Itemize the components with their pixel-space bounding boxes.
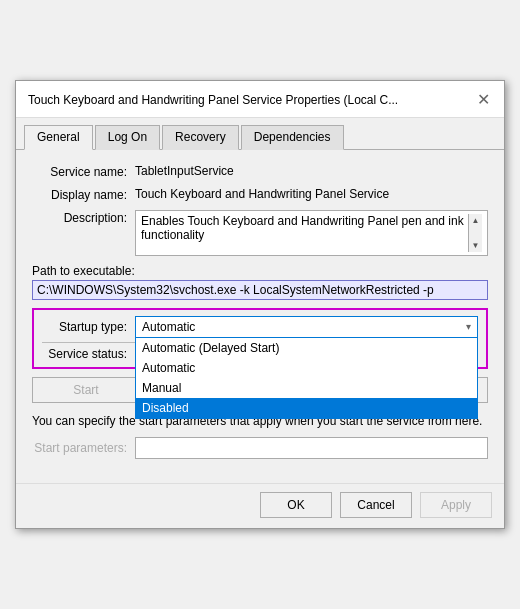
dropdown-item-automatic[interactable]: Automatic <box>136 358 477 378</box>
description-scrollbar[interactable]: ▲ ▼ <box>468 214 482 252</box>
dropdown-list: Automatic (Delayed Start) Automatic Manu… <box>135 338 478 419</box>
dropdown-item-manual[interactable]: Manual <box>136 378 477 398</box>
start-params-label: Start parameters: <box>32 441 127 455</box>
display-name-value: Touch Keyboard and Handwriting Panel Ser… <box>135 187 488 201</box>
tab-dependencies[interactable]: Dependencies <box>241 125 344 150</box>
ok-button[interactable]: OK <box>260 492 332 518</box>
start-params-row: Start parameters: <box>32 437 488 459</box>
description-box: Enables Touch Keyboard and Handwriting P… <box>135 210 488 256</box>
description-value: Enables Touch Keyboard and Handwriting P… <box>141 214 468 242</box>
tab-content: Service name: TabletInputService Display… <box>16 150 504 484</box>
start-params-input[interactable] <box>135 437 488 459</box>
startup-type-dropdown[interactable]: Automatic ▾ Automatic (Delayed Start) Au… <box>135 316 478 338</box>
start-button[interactable]: Start <box>32 377 140 403</box>
startup-section: Startup type: Automatic ▾ Automatic (Del… <box>32 308 488 369</box>
tab-general[interactable]: General <box>24 125 93 150</box>
cancel-button[interactable]: Cancel <box>340 492 412 518</box>
dropdown-item-delayed[interactable]: Automatic (Delayed Start) <box>136 338 477 358</box>
display-name-label: Display name: <box>32 187 127 202</box>
display-name-row: Display name: Touch Keyboard and Handwri… <box>32 187 488 202</box>
dialog-title: Touch Keyboard and Handwriting Panel Ser… <box>28 93 398 107</box>
startup-type-label: Startup type: <box>42 320 127 334</box>
path-value: C:\WINDOWS\System32\svchost.exe -k Local… <box>32 280 488 300</box>
dropdown-current-value: Automatic <box>142 320 195 334</box>
bottom-buttons-bar: OK Cancel Apply <box>16 483 504 528</box>
tab-logon[interactable]: Log On <box>95 125 160 150</box>
service-name-label: Service name: <box>32 164 127 179</box>
scroll-down-icon[interactable]: ▼ <box>472 239 480 252</box>
close-button[interactable]: ✕ <box>472 89 494 111</box>
scroll-up-icon[interactable]: ▲ <box>472 214 480 227</box>
dropdown-item-disabled[interactable]: Disabled <box>136 398 477 418</box>
dialog-window: Touch Keyboard and Handwriting Panel Ser… <box>15 80 505 530</box>
service-name-row: Service name: TabletInputService <box>32 164 488 179</box>
title-bar: Touch Keyboard and Handwriting Panel Ser… <box>16 81 504 118</box>
description-row: Description: Enables Touch Keyboard and … <box>32 210 488 256</box>
description-label: Description: <box>32 210 127 225</box>
apply-button[interactable]: Apply <box>420 492 492 518</box>
service-status-label: Service status: <box>42 347 127 361</box>
dropdown-header[interactable]: Automatic ▾ <box>135 316 478 338</box>
tab-bar: General Log On Recovery Dependencies <box>16 118 504 150</box>
tab-recovery[interactable]: Recovery <box>162 125 239 150</box>
service-name-value: TabletInputService <box>135 164 488 178</box>
chevron-down-icon: ▾ <box>466 321 471 332</box>
startup-type-row: Startup type: Automatic ▾ Automatic (Del… <box>42 316 478 338</box>
path-label: Path to executable: <box>32 264 488 278</box>
